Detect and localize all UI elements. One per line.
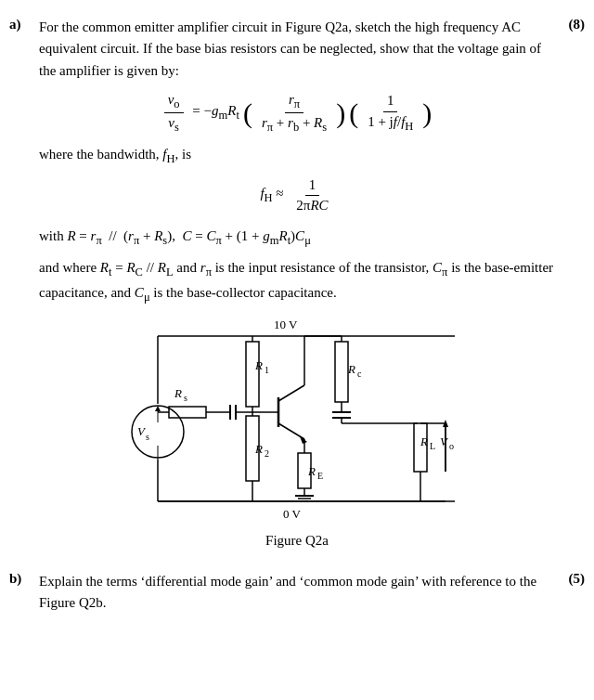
part-a-block: a) For the common emitter amplifier circ…	[9, 17, 585, 554]
svg-text:s: s	[146, 432, 149, 442]
svg-rect-35	[335, 342, 348, 402]
circuit-diagram-container: 10 V V s R s	[39, 316, 555, 549]
part-a-text: For the common emitter amplifier circuit…	[39, 17, 555, 82]
main-formula: vo vs = −gmRt ( rπ rπ + rb + Rs ) ( 1 1 …	[39, 91, 555, 136]
part-b-text: Explain the terms ‘differential mode gai…	[39, 571, 555, 615]
bandwidth-formula: fH ≈ 1 2πRC	[39, 176, 555, 215]
vo-vs-fraction: vo vs	[164, 91, 184, 136]
svg-rect-19	[246, 342, 259, 407]
r-pi-fraction: rπ rπ + rb + Rs	[258, 91, 330, 136]
part-b-marks: (5)	[555, 571, 585, 622]
svg-text:1: 1	[265, 365, 269, 375]
10v-label: 10 V	[274, 318, 298, 331]
bw-fraction: 1 2πRC	[292, 176, 331, 215]
svg-line-30	[278, 423, 304, 439]
freq-fraction: 1 1 + jf/fH	[364, 92, 417, 134]
svg-text:s: s	[184, 393, 187, 403]
svg-text:o: o	[449, 441, 454, 451]
part-a-marks: (8)	[555, 17, 585, 554]
part-b-label: b)	[9, 571, 39, 622]
part-b-block: b) Explain the terms ‘differential mode …	[9, 571, 585, 622]
svg-text:V: V	[440, 434, 449, 448]
part-b-content: Explain the terms ‘differential mode gai…	[39, 571, 555, 622]
svg-text:E: E	[317, 471, 323, 481]
svg-text:c: c	[357, 369, 362, 379]
figure-label: Figure Q2a	[265, 533, 329, 549]
circuit-svg: 10 V V s R s	[102, 316, 492, 529]
part-a-label: a)	[9, 17, 39, 554]
svg-line-29	[278, 385, 304, 401]
part-a-content: For the common emitter amplifier circuit…	[39, 17, 555, 554]
with-line: with R = rπ // (rπ + Rs), C = Cπ + (1 + …	[39, 225, 555, 251]
svg-text:0 V: 0 V	[283, 507, 302, 521]
svg-marker-31	[300, 436, 307, 444]
and-line: and where Rt = RC // RL and rπ is the in…	[39, 256, 555, 306]
svg-text:L: L	[430, 441, 435, 451]
bandwidth-intro: where the bandwidth, fH, is	[39, 144, 555, 168]
svg-text:2: 2	[265, 448, 269, 459]
svg-text:R: R	[174, 386, 182, 400]
